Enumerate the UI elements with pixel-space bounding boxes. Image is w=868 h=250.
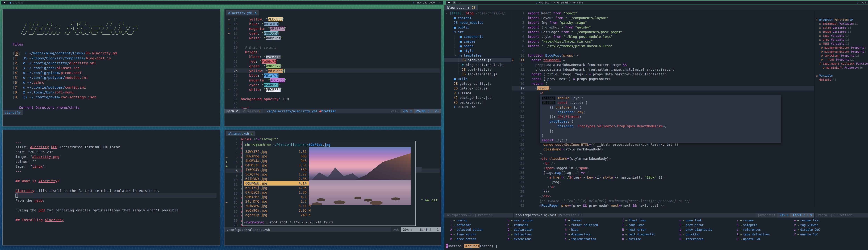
symbol-item[interactable]: ☒ next Variable:15 bbox=[814, 42, 868, 46]
code-line[interactable]: 22 black: "#5c6370" bbox=[225, 54, 440, 59]
keybinding-item[interactable]: b→next action bbox=[507, 218, 564, 223]
startify-entry[interactable]: [8] ≣ ~/.local/bin/rofi-menu bbox=[13, 90, 220, 95]
symbol-item[interactable]: ☒ title Variable:14 bbox=[814, 26, 868, 30]
code-line[interactable]: 38 </a> bbox=[512, 184, 814, 189]
keybinding-item[interactable]: P→prev error bbox=[679, 223, 736, 227]
tree-item[interactable]: │ ■ style bbox=[444, 48, 512, 53]
code-line[interactable]: 29 dangerouslySetInnerHTML={{ __html: pr… bbox=[512, 142, 814, 147]
keybinding-item[interactable]: e→extensions bbox=[507, 237, 564, 241]
markdown-line[interactable]: --- bbox=[16, 140, 216, 144]
keybinding-item[interactable]: .→config bbox=[450, 218, 507, 223]
code-line[interactable]: 34 <span>Tagged in </span> bbox=[512, 166, 814, 170]
startify-entry[interactable]: [9] {} ~/.config/nvim/coc-settings.json bbox=[13, 95, 220, 100]
code-line[interactable]: 8import "../style/themes/prism-darcula.l… bbox=[512, 44, 814, 48]
keybinding-item[interactable]: f→format selected bbox=[564, 223, 621, 227]
file-row[interactable]: aghr5Ip.jpg249 K bbox=[244, 213, 312, 217]
keybinding-item[interactable]: c→commands bbox=[507, 223, 564, 227]
code-line[interactable]: 39 ))} bbox=[512, 189, 814, 194]
tree-item[interactable]: ▢ src bbox=[444, 30, 512, 34]
file-row[interactable]: 07nEzQ3.jpg1.86 M bbox=[244, 190, 312, 195]
markdown-line[interactable] bbox=[16, 203, 216, 208]
tree-item[interactable]: │ JS post-list.js bbox=[444, 67, 512, 72]
keybinding-item[interactable]: A→selected action bbox=[450, 227, 507, 232]
tree-item[interactable]: {} package-lock.json bbox=[444, 95, 512, 100]
code-line[interactable]: 7import "katex/dist/katex.min.css" bbox=[512, 39, 814, 44]
code-line[interactable]: 41 {/* <Share title={title} url={url} pa… bbox=[512, 198, 814, 203]
file-row[interactable]: 4bORVJa.jpg943 K bbox=[244, 159, 312, 163]
code-line[interactable]: 40 </div> bbox=[512, 194, 814, 198]
code-line[interactable]: 2import Layout from "../components/layou… bbox=[512, 16, 814, 20]
keybinding-item[interactable]: v→tag viewer bbox=[793, 223, 850, 227]
workspaces-module[interactable]: ☻ nv tm bbox=[448, 1, 461, 4]
code-line[interactable]: ~15 blue: "#81A1C1" bbox=[225, 22, 440, 26]
code-line[interactable]: 12 props.data.markdownRemark.frontmatter… bbox=[512, 62, 814, 67]
symbol-item[interactable]: ƒ BlogPost Function:10 bbox=[814, 18, 868, 22]
symbol-item[interactable]: ☒ tags Variable:14 bbox=[814, 34, 868, 38]
symbol-item[interactable]: ⚙ __html Property:29 bbox=[814, 58, 868, 62]
code-line[interactable]: 18 <d bbox=[512, 90, 814, 95]
file-row[interactable]: 9hMxcHr.jpg4.1 M bbox=[244, 195, 312, 199]
tree-item[interactable]: ■ public bbox=[444, 25, 512, 30]
code-line[interactable]: 30 bbox=[225, 92, 440, 96]
file-row[interactable]: ad6v90y.jpg3.05 M bbox=[244, 208, 312, 213]
tree-item[interactable]: ■ content bbox=[444, 16, 512, 20]
code-buffer[interactable]: 1import React from "react"2import Layout… bbox=[512, 11, 814, 207]
markdown-line[interactable]: From the repo: bbox=[16, 198, 216, 203]
code-line[interactable]: 36 <a href={`/${tag}`} key={i} style={{ … bbox=[512, 175, 814, 179]
code-line[interactable]: 19 bbox=[225, 40, 440, 45]
terminal-markdown[interactable]: ---title: Alacritty GPU Accelerated Term… bbox=[2, 130, 220, 246]
code-line[interactable]: 25 yellow: "#d19a66" bbox=[225, 68, 440, 73]
keybinding-item[interactable]: Z→enable CoC bbox=[793, 232, 850, 237]
file-row[interactable]: 6QbF0pb.jpg4.14 M bbox=[244, 181, 312, 186]
code-line[interactable]: 33 <br /> bbox=[512, 161, 814, 166]
keybinding-item[interactable]: N→next error bbox=[621, 227, 679, 232]
terminal-startify[interactable]: _ __ _ __ ___ __ _ / | / / __(_)_ __ / |… bbox=[2, 9, 220, 127]
symbol-item[interactable]: ⚙ marginLeft Property:36 bbox=[814, 66, 868, 70]
markdown-line[interactable] bbox=[16, 213, 216, 218]
code-line[interactable]: ~17 cyan: "#88C0D0" bbox=[225, 31, 440, 36]
code-line[interactable]: 24 green: "#98c379" bbox=[225, 64, 440, 68]
code-line[interactable]: 1import React from "react" bbox=[512, 11, 814, 16]
startify-entry[interactable]: [6] ⚙ ~/.zshrc bbox=[13, 80, 220, 85]
file-row[interactable]: 4Y6C0JV.jpg539 K bbox=[244, 167, 312, 172]
file-manager-float[interactable]: chris@machine ~/Pics/wallpapers/6QbF0pb.… bbox=[242, 141, 416, 226]
markdown-line[interactable]: "Using the GPU for rendering enables opt… bbox=[16, 208, 216, 213]
code-line[interactable]: 31background_opacity: 1.0 bbox=[225, 96, 440, 101]
code-line[interactable]: 32 <div className={style.markdownBody}> bbox=[512, 156, 814, 161]
file-row[interactable]: 3JWY37f.jpg1.31 M bbox=[244, 149, 312, 154]
symbol-item[interactable]: ƒ tags.map() callback Function:35 bbox=[814, 62, 868, 66]
markdown-line[interactable] bbox=[16, 174, 216, 178]
symbol-item[interactable]: default:48 bbox=[814, 78, 868, 82]
keybinding-item[interactable]: D→declaration bbox=[507, 227, 564, 232]
tree-item[interactable]: │ JS blog-post.js bbox=[444, 58, 512, 62]
markdown-line[interactable]: author: "" bbox=[16, 159, 216, 164]
terminal-alacritty-yml[interactable]: alacritty.yml ⚙ ~14 yellow: "#EBCB8B" ~1… bbox=[224, 9, 441, 127]
markdown-line[interactable]: ## What is Alacritty? bbox=[16, 178, 216, 184]
keybinding-item[interactable]: h→hide bbox=[564, 227, 621, 232]
code-line[interactable]: 18 white: "#abb2bf" bbox=[225, 36, 440, 40]
code-line[interactable]: 31 /> bbox=[512, 151, 814, 156]
file-row[interactable]: 6zS17Sj.jpg4.96 M bbox=[244, 186, 312, 190]
markdown-line[interactable]: Alacritty bills itself as the fastest te… bbox=[16, 188, 216, 193]
code-line[interactable]: 10function BlogPost(props) { bbox=[512, 53, 814, 58]
startify-entry[interactable]: [4] ⚙ ~/.config/picom/picom.conf bbox=[13, 71, 220, 75]
startify-entry[interactable]: [0] ⬇ ~/Repos/blog/content/Linux/06-alac… bbox=[13, 51, 220, 56]
keybinding-item[interactable]: ;→refactor bbox=[450, 223, 507, 227]
tree-item[interactable]: │ # blog-post.module.le bbox=[444, 62, 512, 67]
tree-item[interactable]: JS node_modules bbox=[444, 20, 512, 25]
symbol-item[interactable]: ⚙ backgroundColor Property: bbox=[814, 50, 868, 54]
keybinding-item[interactable]: i→implementation bbox=[564, 237, 621, 241]
tree-item[interactable]: ⬇ README.md bbox=[444, 105, 512, 109]
symbol-item[interactable]: ☒ prev Variable:15 bbox=[814, 38, 868, 42]
tree-item[interactable]: │ ■ components bbox=[444, 34, 512, 39]
keybinding-item[interactable]: l→code lens bbox=[621, 223, 679, 227]
markdown-line[interactable]: --- bbox=[16, 169, 216, 174]
file-row[interactable]: 24LrDFQ.jpg1.7 M bbox=[244, 199, 312, 204]
startify-entry[interactable]: [3] ❯ ~/.config/zsh/aliases.zsh bbox=[13, 65, 220, 71]
markdown-line[interactable] bbox=[16, 184, 216, 188]
buffer-tab-aliases[interactable]: aliases.zsh ❯ bbox=[226, 131, 255, 136]
markdown-line[interactable]: title: Alacritty GPU Accelerated Termina… bbox=[16, 144, 216, 149]
file-row[interactable]: 3UwJhbg.jpg680 K bbox=[244, 154, 312, 159]
tree-item[interactable]: JS gatsby-config.js bbox=[444, 81, 512, 86]
keybinding-item[interactable]: B→prev action bbox=[450, 237, 507, 241]
